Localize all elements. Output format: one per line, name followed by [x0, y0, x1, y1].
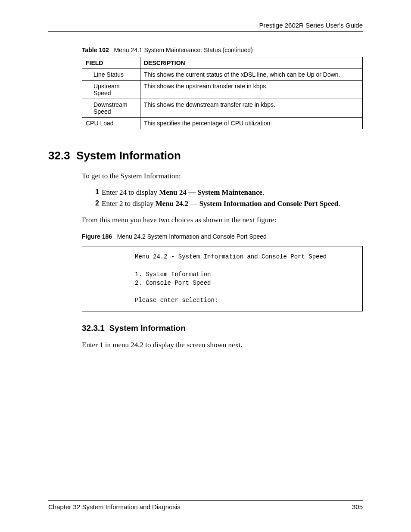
footer-page-number: 305: [352, 503, 363, 510]
cell-description: This shows the downstream transfer rate …: [140, 99, 363, 118]
cell-description: This shows the current status of the xDS…: [140, 69, 363, 81]
figure-caption: Figure 186 Menu 24.2 System Information …: [82, 233, 363, 240]
cell-field: CPU Load: [82, 118, 140, 129]
table-row: CPU Load This specifies the percentage o…: [82, 118, 363, 129]
header-rule: [48, 31, 363, 32]
step-item: 1 Enter 24 to display Menu 24 — System M…: [90, 188, 363, 197]
step-item: 2 Enter 2 to display Menu 24.2 — System …: [90, 199, 363, 208]
subsection-title: System Information: [109, 324, 185, 333]
col-header-field: FIELD: [82, 57, 140, 69]
subsection-heading: 32.3.1 System Information: [82, 324, 363, 333]
section-number: 32.3: [48, 149, 70, 162]
section-body: To get to the System Information: 1 Ente…: [82, 172, 363, 349]
status-table: FIELD DESCRIPTION Line Status This shows…: [82, 57, 363, 129]
cell-field: Upstream Speed: [82, 81, 140, 99]
subsection-body: Enter 1 in menu 24.2 to display the scre…: [82, 341, 363, 349]
step-text: Enter 24 to display Menu 24 — System Mai…: [102, 188, 264, 197]
table-row: Line Status This shows the current statu…: [82, 69, 363, 81]
step-number: 1: [90, 188, 99, 197]
table-caption-label: Table 102: [82, 47, 109, 53]
section-heading: 32.3 System Information: [48, 149, 363, 162]
table-row: Upstream Speed This shows the upstream t…: [82, 81, 363, 99]
numbered-steps: 1 Enter 24 to display Menu 24 — System M…: [90, 188, 363, 208]
running-header: Prestige 2602R Series User's Guide: [48, 22, 363, 29]
figure-label: Figure 186: [82, 233, 112, 240]
after-steps-text: From this menu you have two choices as s…: [82, 216, 363, 224]
step-text: Enter 2 to display Menu 24.2 — System In…: [102, 199, 340, 208]
footer-rule: [48, 500, 363, 501]
footer-chapter: Chapter 32 System Information and Diagno…: [48, 503, 181, 510]
console-output: Menu 24.2 - System Information and Conso…: [82, 246, 363, 311]
main-indent-block: Table 102 Menu 24.1 System Maintenance: …: [82, 47, 363, 129]
section-intro: To get to the System Information:: [82, 172, 363, 180]
page-content: Prestige 2602R Series User's Guide Table…: [0, 0, 411, 349]
subsection-number: 32.3.1: [82, 324, 105, 333]
table-caption: Table 102 Menu 24.1 System Maintenance: …: [82, 47, 363, 53]
step-number: 2: [90, 199, 99, 208]
cell-description: This specifies the percentage of CPU uti…: [140, 118, 363, 129]
cell-description: This shows the upstream transfer rate in…: [140, 81, 363, 99]
table-caption-title: Menu 24.1 System Maintenance: Status (co…: [114, 47, 252, 53]
figure-title: Menu 24.2 System Information and Console…: [117, 233, 267, 240]
page-footer: Chapter 32 System Information and Diagno…: [48, 500, 363, 510]
cell-field: Line Status: [82, 69, 140, 81]
col-header-description: DESCRIPTION: [140, 57, 363, 69]
cell-field: Downstream Speed: [82, 99, 140, 118]
table-header-row: FIELD DESCRIPTION: [82, 57, 363, 69]
table-row: Downstream Speed This shows the downstre…: [82, 99, 363, 118]
section-title: System Information: [76, 149, 181, 162]
